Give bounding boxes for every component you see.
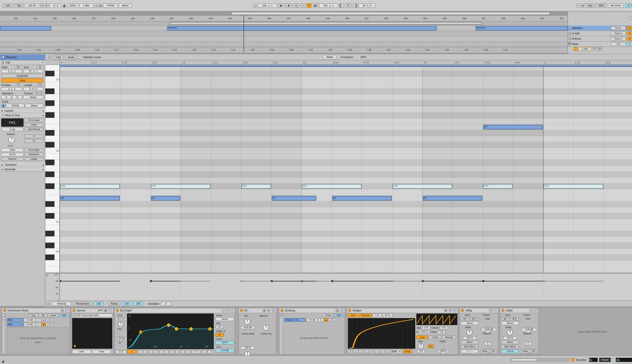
signature-numerator-field[interactable]: 4 — [1, 95, 11, 99]
scale-mode-icon[interactable]: ▦ — [99, 3, 102, 8]
shaper-curve-display[interactable] — [348, 318, 415, 349]
midi-note[interactable]: F#1 — [392, 184, 452, 189]
transform-section-header[interactable]: ▶ Transform ◀ — [0, 163, 46, 167]
arrangement-track-lane[interactable] — [0, 42, 568, 47]
chain-pan[interactable]: C — [318, 318, 324, 322]
ramp-from-field[interactable]: 100 — [122, 302, 132, 306]
randomize-button[interactable]: Randomize — [73, 302, 92, 306]
chain-solo-button[interactable]: S — [46, 323, 50, 326]
automation-arm-button[interactable]: ✎ — [307, 3, 312, 8]
phase-left-toggle[interactable]: Ø L — [502, 317, 510, 320]
scrub-area[interactable] — [0, 22, 568, 26]
punch-out-button[interactable] — [353, 3, 358, 8]
loop-mode-button[interactable]: Loop — [416, 336, 428, 339]
velocity-marker[interactable] — [240, 280, 242, 282]
black-key[interactable] — [46, 160, 60, 166]
bar-number[interactable]: 242 — [189, 17, 193, 20]
computer-midi-keyboard-icon[interactable]: ▦ — [581, 3, 584, 8]
jitter-value[interactable]: 0 % — [422, 326, 430, 330]
bar-number[interactable]: 243 — [209, 17, 213, 20]
white-key[interactable] — [46, 260, 60, 266]
tab-notes[interactable]: Notes — [323, 55, 336, 60]
bar-number[interactable]: 237 — [92, 17, 96, 20]
eq-band-handle[interactable]: 1 — [139, 330, 142, 334]
chain-activator-icon[interactable]: ◀ — [42, 318, 45, 322]
shape-preset-button[interactable]: ≡ — [380, 350, 385, 353]
scale-highlight-icon[interactable]: ▦ — [1, 104, 6, 108]
nudge-down-button[interactable]: ◂ — [40, 3, 44, 8]
key-map-button[interactable]: Key — [586, 3, 595, 8]
midi-note[interactable]: F#1 — [544, 184, 603, 189]
status-device-name[interactable]: Shaper — [599, 358, 611, 362]
device-activator-icon[interactable] — [240, 309, 243, 312]
device-activator-icon[interactable] — [461, 309, 464, 312]
shaper-min-value[interactable]: 0 % — [373, 314, 382, 317]
loop-position-field[interactable]: 1. 1. 1 — [1, 87, 22, 91]
device-activator-icon[interactable] — [3, 309, 6, 312]
transpose-display[interactable]: F#1 — [1, 118, 24, 127]
bar-number[interactable]: 240 — [150, 17, 154, 20]
chain-toggle-icon[interactable] — [2, 317, 5, 320]
offset-value[interactable]: 0 % — [437, 330, 446, 334]
chain-hotswap-icon[interactable]: ⊘ — [332, 318, 336, 322]
adapt-q-toggle[interactable]: On — [216, 333, 224, 337]
bar-number[interactable]: 258 — [501, 17, 505, 20]
bar-number[interactable]: 257 — [482, 17, 486, 20]
note-grid[interactable]: F#1F#1F#1F#1F#1F#1F#1F#1E1E1E1E1E1E2 — [60, 65, 632, 272]
bar-number[interactable]: 233 — [14, 17, 18, 20]
midi-note[interactable]: E1 — [272, 196, 316, 200]
phase-right-toggle[interactable]: Ø R — [470, 317, 478, 320]
device-title-bar[interactable]: Shaper ◉ M ▾ — [347, 308, 458, 313]
hide-devices-button[interactable]: Hide — [334, 314, 344, 317]
shape-preset-button[interactable]: ╲ — [353, 350, 358, 353]
arrangement-loop-brace[interactable] — [170, 22, 482, 25]
device-eq-eight[interactable]: EQ Eight ▭ ⊘ ▾ Freq 30.0 Hz Gain 0.00 dB… — [114, 308, 235, 354]
eq-band-button[interactable]: 2 — [138, 350, 147, 354]
clip-scale-name-select[interactable]: Minor — [25, 104, 43, 108]
play-button[interactable]: ▶ — [278, 3, 284, 8]
device-serum[interactable]: Serum MPE ▣ ▾ ▼ BA Trancy Bass [AS] none… — [71, 308, 114, 354]
rate-knob[interactable] — [418, 343, 424, 349]
device-activator-icon[interactable] — [502, 309, 504, 312]
scale-value[interactable]: 100 % — [216, 341, 234, 344]
black-key[interactable] — [46, 254, 60, 260]
bar-number[interactable]: 249 — [326, 17, 330, 20]
white-key[interactable] — [46, 154, 60, 160]
hotswap-icon[interactable]: ⊘ — [226, 309, 229, 312]
chain-name[interactable]: Shaper | Util... — [284, 318, 306, 322]
ramp-button[interactable]: Ramp — [108, 302, 120, 306]
arrangement-track-lane[interactable] — [0, 36, 568, 42]
tempo-multiplier-field[interactable]: 1.00x — [579, 47, 591, 51]
midi-note[interactable]: F#1 — [302, 184, 362, 189]
output-gain-value[interactable]: 3.00 dB — [216, 349, 234, 352]
shape-preset-button[interactable]: ~ — [375, 350, 380, 353]
track-header[interactable]: ▸A HallTrack InASPost — [568, 31, 632, 36]
interval-field[interactable]: 0 sd — [1, 128, 24, 131]
chain-hotswap-icon[interactable]: ⊘ — [50, 323, 54, 326]
balance-knob[interactable] — [263, 325, 269, 331]
track-input[interactable]: All Ins — [611, 26, 626, 30]
track-play-icon[interactable]: ▸ — [569, 38, 572, 40]
bass-mono-freq[interactable]: 120 Hz — [461, 350, 478, 353]
position-set-button[interactable]: Set — [15, 84, 22, 86]
velocity-marker[interactable] — [422, 280, 424, 282]
chain-name[interactable]: BS2 — [7, 323, 24, 326]
gain-value[interactable]: 0.00 dB — [116, 337, 126, 340]
width-value[interactable]: 100 % — [504, 336, 516, 340]
stop-button[interactable]: ■ — [286, 3, 292, 8]
arrangement-position-field[interactable]: 241. 1. 1 — [258, 3, 277, 8]
track-header[interactable]: ▸BasslineAll Ins21S — [568, 26, 632, 31]
midi-note[interactable]: F#1 — [483, 184, 512, 189]
fold-icon[interactable]: ▾ — [453, 309, 456, 312]
midi-note[interactable]: E1 — [332, 196, 392, 200]
phase-left-toggle[interactable]: Ø L — [461, 317, 469, 320]
time-signature-field[interactable]: 4 / 4 — [50, 3, 62, 8]
device-activator-icon[interactable] — [348, 309, 351, 312]
velocity-marker[interactable] — [482, 280, 484, 282]
chain-name[interactable]: BS1 — [7, 318, 24, 322]
mini-device-chain[interactable] — [616, 358, 632, 362]
midi-note[interactable]: E1 — [423, 196, 482, 200]
device-title-bar[interactable]: Utility ⊘ ▾ — [460, 308, 498, 313]
legato-button[interactable]: Legato — [24, 157, 43, 161]
device-title-bar[interactable]: EQ Eight ▭ ⊘ ▾ — [115, 308, 235, 313]
